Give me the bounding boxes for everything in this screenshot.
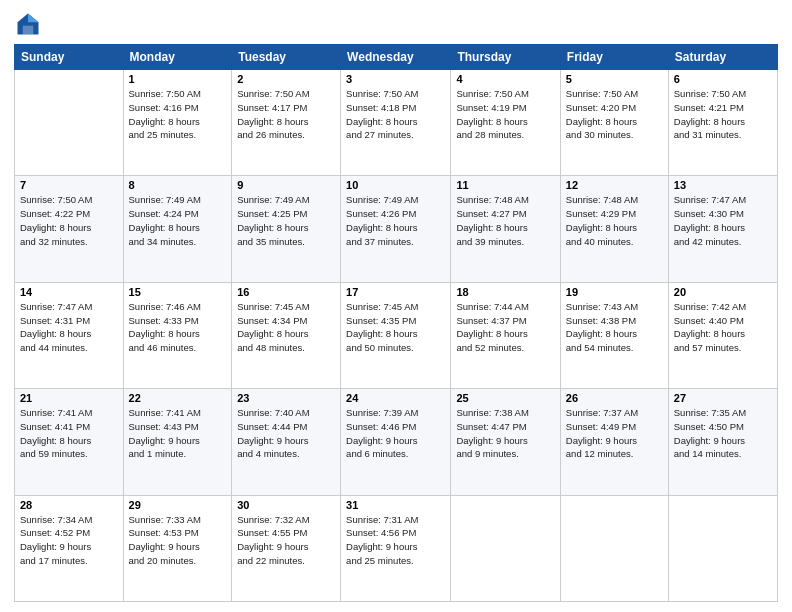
day-info: Sunrise: 7:38 AM Sunset: 4:47 PM Dayligh… [456, 406, 554, 461]
day-info: Sunrise: 7:50 AM Sunset: 4:17 PM Dayligh… [237, 87, 335, 142]
day-info: Sunrise: 7:49 AM Sunset: 4:25 PM Dayligh… [237, 193, 335, 248]
calendar-cell: 12Sunrise: 7:48 AM Sunset: 4:29 PM Dayli… [560, 176, 668, 282]
calendar-cell: 13Sunrise: 7:47 AM Sunset: 4:30 PM Dayli… [668, 176, 777, 282]
day-number: 4 [456, 73, 554, 85]
calendar-header-thursday: Thursday [451, 45, 560, 70]
day-number: 1 [129, 73, 227, 85]
day-info: Sunrise: 7:40 AM Sunset: 4:44 PM Dayligh… [237, 406, 335, 461]
day-number: 2 [237, 73, 335, 85]
calendar-cell: 27Sunrise: 7:35 AM Sunset: 4:50 PM Dayli… [668, 389, 777, 495]
day-info: Sunrise: 7:45 AM Sunset: 4:35 PM Dayligh… [346, 300, 445, 355]
day-number: 3 [346, 73, 445, 85]
calendar-cell: 24Sunrise: 7:39 AM Sunset: 4:46 PM Dayli… [341, 389, 451, 495]
day-info: Sunrise: 7:48 AM Sunset: 4:29 PM Dayligh… [566, 193, 663, 248]
calendar-cell: 17Sunrise: 7:45 AM Sunset: 4:35 PM Dayli… [341, 282, 451, 388]
calendar-week-5: 28Sunrise: 7:34 AM Sunset: 4:52 PM Dayli… [15, 495, 778, 601]
day-info: Sunrise: 7:49 AM Sunset: 4:26 PM Dayligh… [346, 193, 445, 248]
svg-marker-1 [28, 14, 39, 23]
day-number: 13 [674, 179, 772, 191]
calendar-cell: 8Sunrise: 7:49 AM Sunset: 4:24 PM Daylig… [123, 176, 232, 282]
day-info: Sunrise: 7:45 AM Sunset: 4:34 PM Dayligh… [237, 300, 335, 355]
calendar-cell: 18Sunrise: 7:44 AM Sunset: 4:37 PM Dayli… [451, 282, 560, 388]
day-number: 29 [129, 499, 227, 511]
calendar-cell: 23Sunrise: 7:40 AM Sunset: 4:44 PM Dayli… [232, 389, 341, 495]
day-number: 26 [566, 392, 663, 404]
day-number: 27 [674, 392, 772, 404]
calendar-cell: 11Sunrise: 7:48 AM Sunset: 4:27 PM Dayli… [451, 176, 560, 282]
day-number: 6 [674, 73, 772, 85]
day-number: 15 [129, 286, 227, 298]
day-number: 25 [456, 392, 554, 404]
day-number: 5 [566, 73, 663, 85]
calendar-cell: 22Sunrise: 7:41 AM Sunset: 4:43 PM Dayli… [123, 389, 232, 495]
day-number: 28 [20, 499, 118, 511]
calendar-cell: 19Sunrise: 7:43 AM Sunset: 4:38 PM Dayli… [560, 282, 668, 388]
calendar-cell [451, 495, 560, 601]
day-info: Sunrise: 7:50 AM Sunset: 4:16 PM Dayligh… [129, 87, 227, 142]
day-number: 19 [566, 286, 663, 298]
calendar-header-sunday: Sunday [15, 45, 124, 70]
calendar-cell: 9Sunrise: 7:49 AM Sunset: 4:25 PM Daylig… [232, 176, 341, 282]
calendar-cell: 15Sunrise: 7:46 AM Sunset: 4:33 PM Dayli… [123, 282, 232, 388]
calendar-cell: 10Sunrise: 7:49 AM Sunset: 4:26 PM Dayli… [341, 176, 451, 282]
day-number: 12 [566, 179, 663, 191]
calendar-cell: 21Sunrise: 7:41 AM Sunset: 4:41 PM Dayli… [15, 389, 124, 495]
calendar-week-1: 1Sunrise: 7:50 AM Sunset: 4:16 PM Daylig… [15, 70, 778, 176]
day-info: Sunrise: 7:39 AM Sunset: 4:46 PM Dayligh… [346, 406, 445, 461]
calendar-cell: 28Sunrise: 7:34 AM Sunset: 4:52 PM Dayli… [15, 495, 124, 601]
calendar-cell: 16Sunrise: 7:45 AM Sunset: 4:34 PM Dayli… [232, 282, 341, 388]
day-info: Sunrise: 7:50 AM Sunset: 4:22 PM Dayligh… [20, 193, 118, 248]
day-number: 8 [129, 179, 227, 191]
logo [14, 10, 46, 38]
calendar-week-4: 21Sunrise: 7:41 AM Sunset: 4:41 PM Dayli… [15, 389, 778, 495]
day-info: Sunrise: 7:31 AM Sunset: 4:56 PM Dayligh… [346, 513, 445, 568]
day-info: Sunrise: 7:34 AM Sunset: 4:52 PM Dayligh… [20, 513, 118, 568]
calendar-cell [15, 70, 124, 176]
calendar-cell: 30Sunrise: 7:32 AM Sunset: 4:55 PM Dayli… [232, 495, 341, 601]
calendar-cell: 7Sunrise: 7:50 AM Sunset: 4:22 PM Daylig… [15, 176, 124, 282]
calendar-header-tuesday: Tuesday [232, 45, 341, 70]
calendar-cell: 5Sunrise: 7:50 AM Sunset: 4:20 PM Daylig… [560, 70, 668, 176]
day-number: 24 [346, 392, 445, 404]
day-info: Sunrise: 7:32 AM Sunset: 4:55 PM Dayligh… [237, 513, 335, 568]
calendar-cell: 29Sunrise: 7:33 AM Sunset: 4:53 PM Dayli… [123, 495, 232, 601]
day-info: Sunrise: 7:47 AM Sunset: 4:30 PM Dayligh… [674, 193, 772, 248]
calendar-header-row: SundayMondayTuesdayWednesdayThursdayFrid… [15, 45, 778, 70]
day-info: Sunrise: 7:46 AM Sunset: 4:33 PM Dayligh… [129, 300, 227, 355]
calendar-cell: 3Sunrise: 7:50 AM Sunset: 4:18 PM Daylig… [341, 70, 451, 176]
calendar-header-friday: Friday [560, 45, 668, 70]
day-number: 7 [20, 179, 118, 191]
calendar-week-3: 14Sunrise: 7:47 AM Sunset: 4:31 PM Dayli… [15, 282, 778, 388]
calendar-cell [560, 495, 668, 601]
day-info: Sunrise: 7:37 AM Sunset: 4:49 PM Dayligh… [566, 406, 663, 461]
day-info: Sunrise: 7:43 AM Sunset: 4:38 PM Dayligh… [566, 300, 663, 355]
svg-rect-2 [23, 26, 34, 35]
day-number: 21 [20, 392, 118, 404]
header [14, 10, 778, 38]
calendar-cell: 2Sunrise: 7:50 AM Sunset: 4:17 PM Daylig… [232, 70, 341, 176]
day-info: Sunrise: 7:41 AM Sunset: 4:43 PM Dayligh… [129, 406, 227, 461]
calendar-cell: 20Sunrise: 7:42 AM Sunset: 4:40 PM Dayli… [668, 282, 777, 388]
calendar-cell: 31Sunrise: 7:31 AM Sunset: 4:56 PM Dayli… [341, 495, 451, 601]
day-number: 11 [456, 179, 554, 191]
day-info: Sunrise: 7:35 AM Sunset: 4:50 PM Dayligh… [674, 406, 772, 461]
day-number: 10 [346, 179, 445, 191]
day-number: 18 [456, 286, 554, 298]
day-info: Sunrise: 7:41 AM Sunset: 4:41 PM Dayligh… [20, 406, 118, 461]
calendar-header-monday: Monday [123, 45, 232, 70]
calendar-week-2: 7Sunrise: 7:50 AM Sunset: 4:22 PM Daylig… [15, 176, 778, 282]
day-number: 14 [20, 286, 118, 298]
day-number: 20 [674, 286, 772, 298]
calendar-cell: 6Sunrise: 7:50 AM Sunset: 4:21 PM Daylig… [668, 70, 777, 176]
calendar-cell: 14Sunrise: 7:47 AM Sunset: 4:31 PM Dayli… [15, 282, 124, 388]
calendar-header-saturday: Saturday [668, 45, 777, 70]
day-info: Sunrise: 7:47 AM Sunset: 4:31 PM Dayligh… [20, 300, 118, 355]
calendar-cell [668, 495, 777, 601]
day-number: 30 [237, 499, 335, 511]
day-info: Sunrise: 7:44 AM Sunset: 4:37 PM Dayligh… [456, 300, 554, 355]
day-number: 31 [346, 499, 445, 511]
logo-icon [14, 10, 42, 38]
day-info: Sunrise: 7:50 AM Sunset: 4:18 PM Dayligh… [346, 87, 445, 142]
day-info: Sunrise: 7:49 AM Sunset: 4:24 PM Dayligh… [129, 193, 227, 248]
day-number: 17 [346, 286, 445, 298]
